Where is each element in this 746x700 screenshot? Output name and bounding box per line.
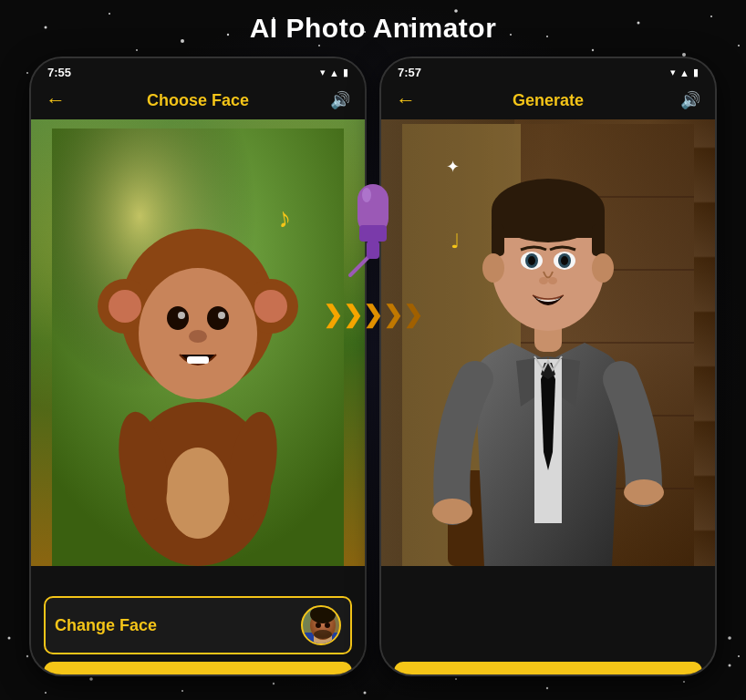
left-phone-bottom: Change Face <box>31 566 365 676</box>
svg-point-24 <box>314 630 332 639</box>
right-status-bar: 7:57 ▾ ▲ ▮ <box>381 58 715 83</box>
right-nav-title: Generate <box>513 91 584 110</box>
right-wifi-icon: ▾ <box>670 67 676 78</box>
right-signal-icon: ▲ <box>679 67 689 78</box>
battery-icon: ▮ <box>343 67 348 78</box>
svg-point-55 <box>539 277 548 284</box>
svg-point-6 <box>109 290 141 323</box>
signal-icon: ▲ <box>329 67 339 78</box>
left-sound-icon[interactable]: 🔊 <box>330 90 350 110</box>
svg-point-54 <box>561 256 568 265</box>
svg-point-23 <box>325 623 330 628</box>
svg-point-57 <box>482 253 504 283</box>
left-status-icons: ▾ ▲ ▮ <box>320 67 348 78</box>
change-face-button[interactable]: Change Face <box>44 596 352 654</box>
svg-point-8 <box>254 290 287 323</box>
right-status-icons: ▾ ▲ ▮ <box>670 67 699 78</box>
svg-point-51 <box>528 256 535 265</box>
right-status-time: 7:57 <box>398 66 421 79</box>
svg-point-58 <box>592 253 614 283</box>
left-nav-title: Choose Face <box>147 91 249 110</box>
download-button[interactable]: Download <box>394 662 702 676</box>
page-title: AI Photo Animator <box>0 0 746 53</box>
svg-point-3 <box>166 448 230 539</box>
svg-rect-46 <box>492 211 605 238</box>
svg-rect-15 <box>187 356 209 364</box>
right-battery-icon: ▮ <box>693 67 699 78</box>
right-phone-bottom: Download <box>381 566 715 676</box>
svg-point-13 <box>218 312 225 319</box>
svg-point-56 <box>548 277 557 284</box>
svg-rect-28 <box>367 241 379 259</box>
left-photo-area <box>31 119 365 566</box>
svg-rect-48 <box>592 224 605 256</box>
svg-point-42 <box>624 479 664 505</box>
create-button[interactable]: Create <box>44 662 352 676</box>
svg-point-10 <box>167 306 189 330</box>
change-face-label: Change Face <box>55 616 157 635</box>
right-phone: 7:57 ▾ ▲ ▮ ← Generate 🔊 <box>379 57 717 676</box>
right-sound-icon[interactable]: 🔊 <box>680 90 700 110</box>
svg-rect-47 <box>492 224 504 256</box>
svg-point-12 <box>178 312 185 319</box>
right-nav-bar: ← Generate 🔊 <box>381 83 715 119</box>
monkey-child-illustration <box>52 129 344 566</box>
suited-man-illustration <box>402 124 694 566</box>
left-back-button[interactable]: ← <box>46 88 66 112</box>
left-status-time: 7:55 <box>47 66 71 79</box>
right-back-button[interactable]: ← <box>396 88 416 112</box>
left-phone: 7:55 ▾ ▲ ▮ ← Choose Face 🔊 <box>29 57 367 676</box>
svg-point-22 <box>316 623 321 628</box>
face-thumbnail <box>301 605 341 645</box>
svg-point-14 <box>189 330 207 343</box>
svg-point-11 <box>207 306 229 330</box>
wifi-icon: ▾ <box>320 67 326 78</box>
left-nav-bar: ← Choose Face 🔊 <box>31 83 365 119</box>
svg-point-41 <box>432 499 472 524</box>
left-status-bar: 7:55 ▾ ▲ ▮ <box>31 58 365 83</box>
right-photo-area <box>381 119 715 566</box>
